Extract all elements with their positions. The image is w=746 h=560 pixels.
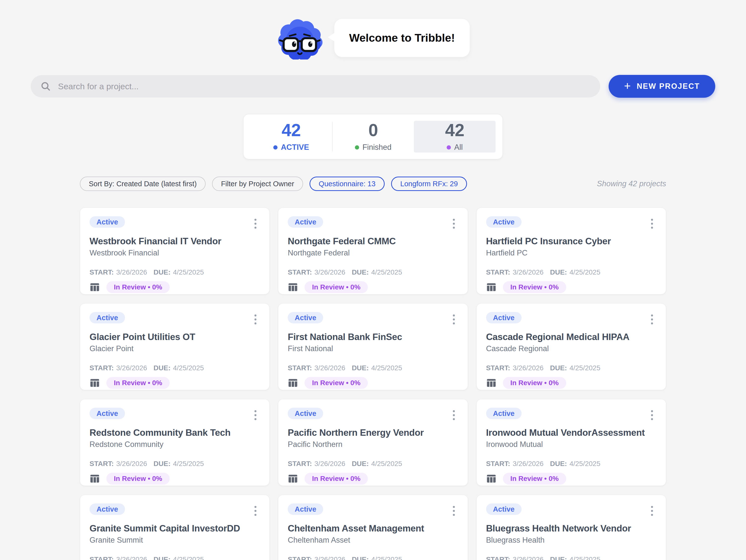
due-label: DUE:: [153, 269, 170, 276]
due-date: 4/25/2025: [569, 365, 600, 371]
plus-icon: +: [624, 80, 631, 91]
project-dates: START: 3/26/2026 DUE: 4/25/2025: [288, 460, 458, 467]
stats-card: 42 ACTIVE 0 Finished 42 All: [243, 114, 503, 159]
project-title: Cascade Regional Medical HIPAA: [486, 332, 657, 342]
hero-section: Welcome to Tribble!: [0, 0, 746, 59]
project-dates: START: 3/26/2026 DUE: 4/25/2025: [89, 269, 260, 276]
status-badge: Active: [288, 503, 323, 515]
project-card[interactable]: Active Granite Summit Capital InvestorDD…: [80, 495, 269, 560]
kebab-menu-icon[interactable]: [251, 216, 260, 231]
sort-by-chip[interactable]: Sort By: Created Date (latest first): [80, 176, 206, 191]
new-project-button[interactable]: + NEW PROJECT: [609, 75, 715, 98]
status-badge: Active: [288, 216, 323, 228]
project-card[interactable]: Active Northgate Federal CMMC Northgate …: [278, 207, 468, 295]
start-label: START:: [486, 556, 510, 560]
start-label: START:: [486, 365, 510, 371]
stat-active-tab[interactable]: 42 ACTIVE: [251, 121, 332, 152]
project-subtitle: Cheltenham Asset: [288, 536, 458, 544]
start-date: 3/26/2026: [513, 460, 544, 467]
due-label: DUE:: [550, 556, 567, 560]
project-status-row: In Review • 0%: [288, 281, 458, 293]
due-date: 4/25/2025: [371, 365, 402, 371]
start-date: 3/26/2026: [116, 269, 147, 276]
kebab-menu-icon[interactable]: [251, 312, 260, 327]
project-card[interactable]: Active Cheltenham Asset Management Chelt…: [278, 495, 468, 560]
status-badge: Active: [288, 408, 323, 419]
project-status-row: In Review • 0%: [89, 473, 260, 485]
progress-pill: In Review • 0%: [305, 281, 368, 293]
kebab-menu-icon[interactable]: [648, 503, 657, 518]
table-icon: [288, 282, 298, 292]
project-status-row: In Review • 0%: [288, 377, 458, 389]
project-card[interactable]: Active Ironwood Mutual VendorAssessment …: [477, 399, 666, 486]
project-card[interactable]: Active First National Bank FinSec First …: [278, 303, 468, 390]
start-date: 3/26/2026: [116, 460, 147, 467]
stats-section: 42 ACTIVE 0 Finished 42 All: [0, 114, 746, 159]
search-input[interactable]: [58, 82, 591, 91]
stat-all-label: All: [454, 143, 462, 152]
project-dates: START: 3/26/2026 DUE: 4/25/2025: [89, 460, 260, 467]
kebab-menu-icon[interactable]: [648, 216, 657, 231]
project-subtitle: First National: [288, 344, 458, 353]
project-card[interactable]: Active Hartfield PC Insurance Cyber Hart…: [477, 207, 666, 295]
start-label: START:: [89, 365, 114, 371]
active-dot-icon: [273, 145, 278, 149]
project-card[interactable]: Active Redstone Community Bank Tech Reds…: [80, 399, 269, 486]
finished-dot-icon: [355, 145, 359, 149]
project-dates: START: 3/26/2026 DUE: 4/25/2025: [486, 556, 657, 560]
due-date: 4/25/2025: [173, 365, 204, 371]
kebab-menu-icon[interactable]: [449, 312, 458, 327]
project-status-row: In Review • 0%: [486, 377, 657, 389]
due-label: DUE:: [550, 365, 567, 371]
start-date: 3/26/2026: [513, 365, 544, 371]
table-icon: [486, 282, 496, 292]
start-label: START:: [288, 460, 312, 467]
progress-pill: In Review • 0%: [106, 281, 170, 293]
kebab-menu-icon[interactable]: [251, 503, 260, 518]
due-label: DUE:: [153, 460, 170, 467]
project-card[interactable]: Active Pacific Northern Energy Vendor Pa…: [278, 399, 468, 486]
status-badge: Active: [89, 503, 125, 515]
project-dates: START: 3/26/2026 DUE: 4/25/2025: [486, 365, 657, 371]
project-subtitle: Westbrook Financial: [89, 249, 260, 257]
kebab-menu-icon[interactable]: [648, 408, 657, 423]
stat-all-tab[interactable]: 42 All: [414, 121, 495, 152]
project-card[interactable]: Active Glacier Point Utilities OT Glacie…: [80, 303, 269, 390]
due-date: 4/25/2025: [371, 460, 402, 467]
project-title: Westbrook Financial IT Vendor: [89, 236, 260, 247]
start-date: 3/26/2026: [513, 269, 544, 276]
due-label: DUE:: [352, 556, 369, 560]
search-bar[interactable]: [31, 75, 600, 97]
project-status-row: In Review • 0%: [89, 281, 260, 293]
start-date: 3/26/2026: [513, 556, 544, 560]
filter-owner-chip[interactable]: Filter by Project Owner: [212, 176, 303, 191]
showing-projects-text: Showing 42 projects: [597, 179, 666, 188]
questionnaire-chip[interactable]: Questionnaire: 13: [310, 176, 385, 191]
kebab-menu-icon[interactable]: [251, 408, 260, 423]
due-date: 4/25/2025: [371, 269, 402, 276]
project-card[interactable]: Active Bluegrass Health Network Vendor B…: [477, 495, 666, 560]
start-label: START:: [288, 556, 312, 560]
longform-rfx-chip[interactable]: Longform RFx: 29: [391, 176, 467, 191]
kebab-menu-icon[interactable]: [449, 408, 458, 423]
kebab-menu-icon[interactable]: [648, 312, 657, 327]
status-badge: Active: [89, 312, 125, 324]
new-project-label: NEW PROJECT: [637, 82, 700, 91]
status-badge: Active: [486, 312, 521, 324]
start-label: START:: [486, 269, 510, 276]
due-label: DUE:: [550, 460, 567, 467]
all-dot-icon: [447, 145, 451, 149]
start-date: 3/26/2026: [314, 556, 345, 560]
due-date: 4/25/2025: [569, 556, 600, 560]
due-date: 4/25/2025: [569, 269, 600, 276]
stat-finished-tab[interactable]: 0 Finished: [333, 121, 414, 152]
project-title: Cheltenham Asset Management: [288, 523, 458, 534]
start-date: 3/26/2026: [116, 365, 147, 371]
filter-row: Sort By: Created Date (latest first) Fil…: [80, 176, 666, 191]
kebab-menu-icon[interactable]: [449, 503, 458, 518]
progress-pill: In Review • 0%: [503, 473, 566, 485]
project-card[interactable]: Active Westbrook Financial IT Vendor Wes…: [80, 207, 269, 295]
project-card[interactable]: Active Cascade Regional Medical HIPAA Ca…: [477, 303, 666, 390]
project-dates: START: 3/26/2026 DUE: 4/25/2025: [486, 460, 657, 467]
kebab-menu-icon[interactable]: [449, 216, 458, 231]
